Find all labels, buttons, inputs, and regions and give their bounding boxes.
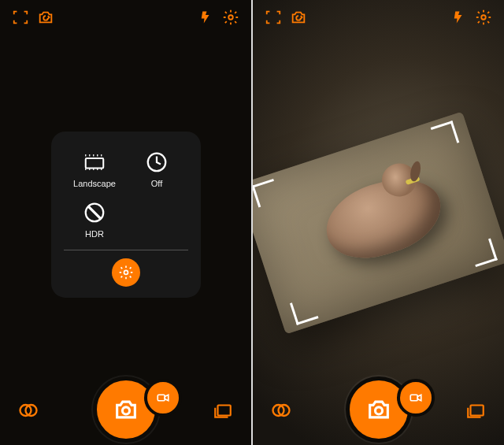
svg-point-8 bbox=[122, 407, 129, 414]
video-mode-button[interactable] bbox=[397, 379, 435, 417]
settings-button[interactable] bbox=[218, 5, 243, 30]
top-toolbar bbox=[0, 0, 251, 35]
switch-camera-icon bbox=[37, 9, 54, 26]
focus-frame-button[interactable] bbox=[8, 5, 33, 30]
quick-settings-panel: Landscape Off HDR bbox=[51, 131, 201, 297]
gear-icon bbox=[475, 9, 492, 26]
panel-item-landscape[interactable]: Landscape bbox=[64, 145, 126, 195]
timer-off-icon bbox=[145, 150, 169, 173]
bottom-bar bbox=[253, 374, 504, 445]
panel-item-label: Off bbox=[151, 178, 162, 187]
camera-icon bbox=[365, 396, 392, 423]
landscape-icon bbox=[83, 150, 106, 173]
bottom-bar bbox=[0, 374, 251, 445]
focus-frame-icon bbox=[12, 9, 29, 26]
flash-button[interactable] bbox=[446, 5, 471, 30]
camera-icon bbox=[113, 396, 139, 423]
video-mode-button[interactable] bbox=[144, 379, 182, 417]
panel-item-timer-off[interactable]: Off bbox=[126, 145, 188, 195]
panel-more-settings-button[interactable] bbox=[112, 258, 140, 286]
settings-button[interactable] bbox=[471, 5, 496, 30]
svg-rect-9 bbox=[158, 395, 165, 401]
gear-icon bbox=[118, 264, 134, 280]
switch-camera-button[interactable] bbox=[286, 5, 311, 30]
panel-divider bbox=[64, 249, 188, 250]
focus-frame-icon bbox=[265, 9, 282, 26]
panel-item-label: HDR bbox=[85, 228, 104, 238]
svg-point-4 bbox=[124, 270, 128, 274]
two-phone-row: Landscape Off HDR bbox=[0, 0, 504, 445]
panel-item-hdr[interactable]: HDR bbox=[64, 195, 126, 246]
hdr-icon bbox=[83, 200, 106, 224]
svg-point-14 bbox=[375, 407, 382, 414]
top-toolbar bbox=[253, 0, 504, 35]
panel-grid: Landscape Off HDR bbox=[64, 145, 188, 246]
gear-icon bbox=[222, 9, 239, 26]
video-icon bbox=[409, 391, 423, 405]
svg-rect-1 bbox=[86, 158, 104, 168]
flash-icon bbox=[198, 10, 213, 24]
shutter-cluster bbox=[91, 374, 161, 445]
svg-point-10 bbox=[481, 15, 486, 20]
switch-camera-button[interactable] bbox=[33, 5, 58, 30]
svg-point-0 bbox=[228, 15, 233, 20]
focus-frame-button[interactable] bbox=[261, 5, 286, 30]
flash-button[interactable] bbox=[193, 5, 218, 30]
flash-icon bbox=[451, 10, 465, 24]
svg-rect-15 bbox=[410, 395, 417, 401]
phone-right bbox=[253, 0, 504, 445]
switch-camera-icon bbox=[290, 9, 307, 26]
panel-item-label: Landscape bbox=[73, 178, 116, 187]
video-icon bbox=[156, 391, 170, 405]
shutter-cluster bbox=[343, 374, 414, 445]
phone-left: Landscape Off HDR bbox=[0, 0, 251, 445]
